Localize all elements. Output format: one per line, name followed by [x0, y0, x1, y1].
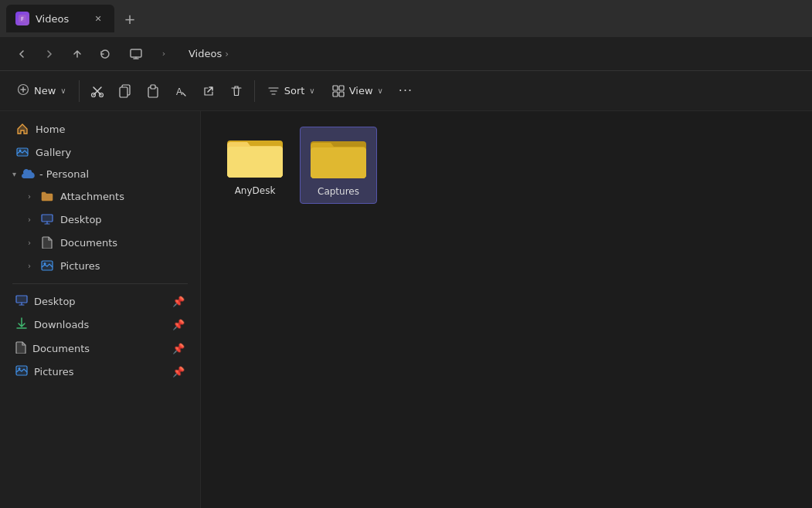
desktop-expand-arrow: › — [28, 215, 31, 224]
active-tab[interactable]: F Videos ✕ — [6, 5, 114, 32]
svg-rect-7 — [120, 87, 127, 97]
folder-captures[interactable]: Captures — [300, 127, 377, 204]
pinned-desktop-label: Desktop — [34, 296, 76, 307]
sidebar-pinned-pictures[interactable]: Pictures 📌 — [3, 361, 197, 383]
pinned-pictures-label: Pictures — [34, 366, 73, 378]
new-button[interactable]: New ∨ — [9, 79, 74, 103]
view-arrow: ∨ — [378, 86, 383, 95]
more-icon: ··· — [399, 83, 413, 98]
cut-button[interactable] — [84, 80, 110, 103]
svg-rect-9 — [151, 85, 155, 89]
pinned-pictures-icon — [15, 365, 28, 378]
svg-text:A: A — [176, 86, 182, 97]
view-label: View — [349, 85, 373, 97]
svg-rect-12 — [339, 86, 344, 90]
pictures-label: Pictures — [60, 260, 100, 272]
pictures-expand-arrow: › — [28, 262, 31, 270]
pinned-documents-label: Documents — [32, 343, 90, 354]
sidebar-item-gallery[interactable]: Gallery — [3, 141, 197, 164]
attachments-label: Attachments — [60, 191, 124, 202]
sidebar-pinned-documents[interactable]: Documents 📌 — [3, 337, 197, 361]
svg-rect-11 — [333, 86, 338, 90]
add-tab-button[interactable]: + — [117, 6, 142, 31]
documents-expand-arrow: › — [28, 239, 31, 247]
copy-button[interactable] — [112, 80, 138, 103]
pin-icon-downloads: 📌 — [172, 319, 185, 330]
pictures-cloud-icon — [40, 259, 54, 273]
forward-button[interactable] — [37, 42, 62, 66]
sidebar-cloud-section[interactable]: ▾ - Personal — [0, 164, 200, 185]
documents-label: Documents — [60, 237, 117, 249]
paste-button[interactable] — [140, 80, 166, 103]
sidebar-item-desktop[interactable]: › Desktop — [3, 208, 197, 231]
svg-point-19 — [44, 262, 46, 265]
file-area[interactable]: AnyDesk Captures — [201, 111, 812, 508]
svg-text:F: F — [21, 16, 24, 22]
delete-button[interactable] — [223, 80, 250, 103]
sidebar-item-pictures[interactable]: › Pictures — [3, 254, 197, 277]
svg-rect-20 — [16, 296, 27, 303]
gallery-icon — [15, 145, 29, 159]
tab-close-button[interactable]: ✕ — [91, 12, 105, 25]
view-button[interactable]: View ∨ — [324, 80, 391, 102]
new-arrow: ∨ — [60, 86, 66, 95]
rename-button[interactable]: A — [168, 80, 194, 103]
svg-rect-2 — [131, 49, 141, 57]
sidebar-item-attachments[interactable]: › Attachments — [3, 185, 197, 208]
folder-anydesk-icon — [227, 133, 283, 179]
attachments-icon — [40, 189, 54, 203]
sidebar-pinned-downloads[interactable]: Downloads 📌 — [3, 313, 197, 337]
sidebar-divider — [12, 283, 188, 284]
sort-label: Sort — [284, 85, 305, 97]
tab-label: Videos — [36, 13, 69, 25]
up-button[interactable] — [65, 42, 90, 66]
pinned-downloads-label: Downloads — [34, 319, 89, 330]
sidebar-item-documents[interactable]: › Documents — [3, 231, 197, 254]
cloud-collapse-arrow: ▾ — [12, 170, 16, 178]
folder-anydesk[interactable]: AnyDesk — [216, 127, 294, 204]
home-icon — [15, 122, 29, 136]
new-icon — [17, 83, 29, 99]
attachments-expand-arrow: › — [28, 192, 31, 201]
toolbar-sep-2 — [254, 80, 255, 102]
pin-icon-desktop: 📌 — [172, 296, 185, 307]
pin-icon-pictures: 📌 — [172, 366, 185, 378]
breadcrumb-videos[interactable]: Videos — [189, 48, 222, 59]
sidebar-gallery-label: Gallery — [36, 147, 71, 158]
new-label: New — [34, 85, 56, 97]
breadcrumb-sep-icon: › — [151, 42, 176, 66]
folder-anydesk-label: AnyDesk — [235, 185, 276, 196]
svg-rect-14 — [339, 92, 344, 97]
svg-rect-13 — [333, 92, 338, 97]
tab-app-icon: F — [15, 12, 29, 25]
monitor-button[interactable] — [124, 42, 148, 66]
sort-arrow: ∨ — [309, 86, 314, 95]
sort-button[interactable]: Sort ∨ — [260, 80, 323, 102]
title-bar: F Videos ✕ + — [0, 0, 812, 37]
back-button[interactable] — [9, 42, 34, 66]
sidebar-home-label: Home — [36, 124, 65, 135]
main-area: Home Gallery ▾ - Personal › — [0, 111, 812, 508]
sidebar-item-home[interactable]: Home — [3, 117, 197, 141]
svg-point-16 — [19, 150, 22, 152]
pinned-desktop-icon — [15, 295, 28, 308]
desktop-label: Desktop — [60, 214, 102, 225]
toolbar: New ∨ A — [0, 71, 812, 111]
pinned-downloads-icon — [15, 317, 28, 332]
more-button[interactable]: ··· — [392, 79, 419, 103]
breadcrumb[interactable]: Videos › — [182, 45, 235, 63]
sidebar: Home Gallery ▾ - Personal › — [0, 111, 201, 508]
sidebar-pinned-desktop[interactable]: Desktop 📌 — [3, 290, 197, 313]
nav-bar: › Videos › — [0, 37, 812, 71]
refresh-button[interactable] — [93, 42, 117, 66]
folder-captures-label: Captures — [318, 186, 359, 197]
folder-captures-icon — [311, 134, 366, 180]
cloud-label: - Personal — [39, 168, 89, 180]
share-button[interactable] — [195, 80, 222, 103]
documents-cloud-icon — [40, 235, 54, 249]
breadcrumb-arrow: › — [225, 49, 229, 59]
pinned-documents-icon — [15, 341, 26, 356]
svg-rect-17 — [42, 215, 53, 222]
svg-point-22 — [19, 367, 21, 370]
desktop-cloud-icon — [40, 212, 54, 226]
